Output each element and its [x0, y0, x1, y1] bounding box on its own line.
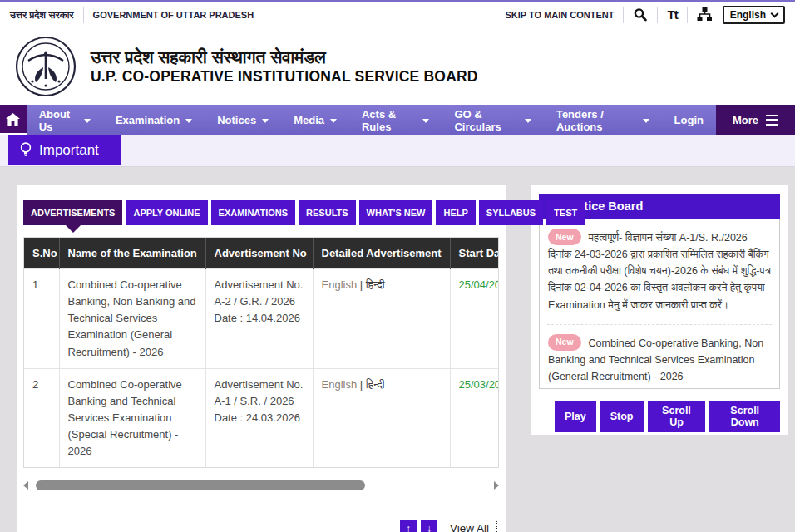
cell-detailed-advertisement: English | हिन्दी	[313, 269, 450, 369]
tab-whats-new[interactable]: WHAT'S NEW	[359, 200, 433, 225]
nav-item-label: Acts & Rules	[362, 108, 417, 133]
org-title-english: U.P. CO-OPERATIVE INSTITUTIONAL SERVICE …	[91, 68, 478, 86]
advertisement-date-text: Date : 24.03.2026	[215, 411, 300, 424]
cell-exam-name: Combined Co-operative Banking, Non Banki…	[59, 269, 205, 369]
hindi-pdf-link[interactable]: हिन्दी	[366, 278, 385, 291]
advertisement-no-text: Advertisement No. A-1 / S.R. / 2026	[215, 378, 304, 407]
table-row: 2 Combined Co-operative Banking and Tech…	[24, 368, 499, 467]
caret-down-icon	[84, 119, 91, 123]
col-header-start-date: Start Date	[450, 238, 499, 269]
lightbulb-icon	[20, 142, 32, 158]
main-navigation: About Us Examination Notices Media Acts …	[0, 105, 795, 135]
nav-item-notices[interactable]: Notices	[205, 105, 281, 135]
nav-item-go-circulars[interactable]: GO & Circulars	[442, 105, 544, 135]
hamburger-menu-icon	[766, 115, 778, 126]
divider	[657, 7, 658, 23]
cell-start-date: 25/03/2026	[450, 368, 499, 467]
nav-item-label: Examination	[116, 114, 180, 126]
col-header-detailed-advertisement: Detailed Advertisement	[313, 238, 450, 269]
nav-item-label: Login	[674, 114, 704, 126]
horizontal-scrollbar	[23, 480, 499, 491]
cell-start-date: 25/04/2026	[450, 269, 499, 369]
play-button[interactable]: Play	[555, 401, 596, 432]
advertisement-date-text: Date : 14.04.2026	[215, 312, 300, 324]
main-content: ADVERTISEMENTS APPLY ONLINE EXAMINATIONS…	[0, 167, 795, 532]
nav-item-acts-rules[interactable]: Acts & Rules	[349, 105, 442, 135]
nav-item-login[interactable]: Login	[662, 105, 716, 135]
tab-syllabus[interactable]: SYLLABUS	[479, 200, 543, 225]
advertisements-table: S.No Name of the Examination Advertiseme…	[24, 238, 499, 467]
hindi-pdf-link[interactable]: हिन्दी	[366, 378, 385, 391]
tab-examinations[interactable]: EXAMINATIONS	[211, 200, 296, 225]
col-header-advertisement-no: Advertisement No	[205, 238, 313, 269]
scroll-left-arrow-icon[interactable]	[23, 481, 28, 490]
topbar-right-group: SKIP TO MAIN CONTENT Tt English	[505, 6, 785, 24]
nav-item-label: Notices	[217, 114, 256, 126]
search-icon[interactable]	[633, 7, 648, 22]
nav-item-media[interactable]: Media	[281, 105, 349, 135]
caret-down-icon	[525, 119, 531, 123]
notice-text: महत्वपूर्ण- विज्ञापन संख्या A-1/S. R./20…	[548, 232, 771, 311]
tab-test[interactable]: TEST	[546, 200, 585, 225]
language-select[interactable]: English	[723, 6, 785, 24]
caret-down-icon	[262, 119, 269, 123]
chevron-down-icon	[771, 9, 779, 17]
nav-home-button[interactable]	[0, 105, 27, 135]
start-date-text: 25/03/2026	[459, 378, 500, 391]
advertisements-table-viewport: S.No Name of the Examination Advertiseme…	[23, 237, 499, 468]
nav-more-button[interactable]: More	[716, 105, 795, 135]
cell-detailed-advertisement: English | हिन्दी	[313, 368, 450, 467]
skip-to-main-content-link[interactable]: SKIP TO MAIN CONTENT	[505, 10, 614, 20]
up-government-emblem-logo	[15, 36, 77, 97]
scroll-up-button[interactable]: Scroll Up	[648, 401, 706, 432]
cell-advertisement-no: Advertisement No. A-2 / G.R. / 2026 Date…	[205, 269, 313, 369]
cell-sno: 1	[24, 269, 59, 369]
nav-more-label: More	[733, 114, 758, 126]
table-pager: ↑ ↓ View All	[23, 520, 497, 532]
english-pdf-link[interactable]: English	[322, 378, 358, 391]
scroll-down-button[interactable]: Scroll Down	[709, 401, 780, 432]
divider	[623, 7, 624, 23]
tab-bar: ADVERTISEMENTS APPLY ONLINE EXAMINATIONS…	[23, 200, 499, 225]
start-date-text: 25/04/2026	[459, 278, 500, 291]
new-badge: New	[548, 334, 581, 351]
divider	[687, 7, 688, 23]
site-header: उत्तर प्रदेश सहकारी संस्थागत सेवामंडल U.…	[0, 27, 795, 105]
stop-button[interactable]: Stop	[600, 401, 644, 432]
important-button[interactable]: Important	[8, 135, 121, 165]
view-all-button[interactable]: View All	[442, 520, 497, 532]
english-pdf-link[interactable]: English	[322, 278, 358, 291]
cell-sno: 2	[24, 368, 59, 467]
text-size-icon[interactable]: Tt	[667, 7, 677, 22]
tab-apply-online[interactable]: APPLY ONLINE	[126, 200, 207, 225]
scroll-right-arrow-icon[interactable]	[494, 481, 499, 490]
caret-down-icon	[330, 119, 337, 123]
notice-item[interactable]: NewCombined Co-operative Banking, Non Ba…	[547, 325, 772, 389]
important-label: Important	[39, 142, 99, 159]
notice-board-controls: Play Stop Scroll Up Scroll Down	[555, 401, 780, 432]
nav-item-label: About Us	[39, 108, 78, 133]
cell-advertisement-no: Advertisement No. A-1 / S.R. / 2026 Date…	[205, 368, 313, 467]
home-icon	[6, 113, 20, 126]
nav-item-label: Tenders / Auctions	[556, 108, 637, 133]
sitemap-icon[interactable]	[697, 7, 713, 22]
nav-item-examination[interactable]: Examination	[103, 105, 205, 135]
table-header-row: S.No Name of the Examination Advertiseme…	[24, 238, 499, 269]
scrollbar-track[interactable]	[32, 480, 490, 490]
tab-results[interactable]: RESULTS	[299, 200, 356, 225]
new-badge: New	[548, 229, 581, 245]
scroll-up-button[interactable]: ↑	[400, 520, 417, 532]
col-header-name: Name of the Examination	[59, 238, 205, 269]
caret-down-icon	[185, 119, 192, 123]
notice-item[interactable]: Newमहत्वपूर्ण- विज्ञापन संख्या A-1/S. R.…	[547, 219, 772, 325]
scrollbar-thumb[interactable]	[36, 480, 365, 490]
tab-advertisements[interactable]: ADVERTISEMENTS	[23, 200, 122, 225]
cell-exam-name: Combined Co-operative Banking and Techni…	[59, 368, 205, 467]
scroll-down-button[interactable]: ↓	[421, 520, 437, 532]
top-utility-bar: उत्तर प्रदेश सरकार GOVERNMENT OF UTTAR P…	[0, 0, 795, 27]
tab-help[interactable]: HELP	[436, 200, 475, 225]
nav-item-tenders-auctions[interactable]: Tenders / Auctions	[544, 105, 662, 135]
advertisement-no-text: Advertisement No. A-2 / G.R. / 2026	[215, 278, 304, 308]
nav-item-about-us[interactable]: About Us	[27, 105, 103, 135]
org-titles: उत्तर प्रदेश सहकारी संस्थागत सेवामंडल U.…	[91, 47, 478, 86]
